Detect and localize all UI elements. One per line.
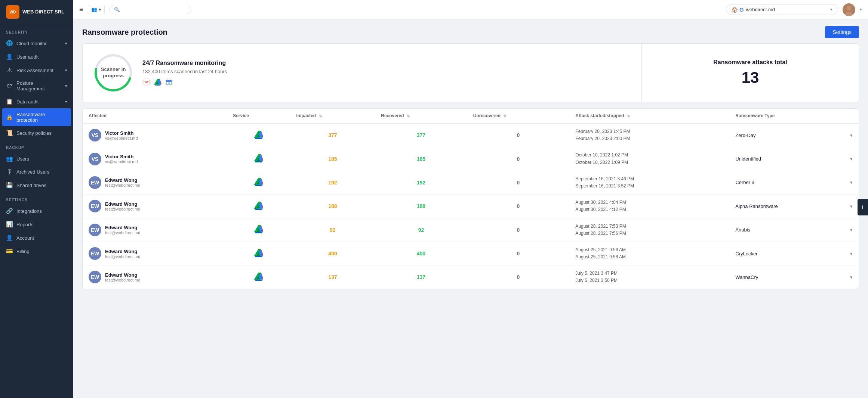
user-avatar[interactable]: [843, 3, 855, 16]
user-name: Edward Wong: [105, 249, 140, 254]
sidebar-item-users[interactable]: 👥Users: [0, 152, 73, 165]
sidebar-item-integrations[interactable]: 🔗Integrations: [0, 204, 73, 218]
col-recovered[interactable]: Recovered ⇅: [375, 109, 467, 123]
sidebar-item-cloud-monitor[interactable]: 🌐Cloud monitor▾: [0, 37, 73, 50]
sidebar-item-archived-users[interactable]: 🗄Archived Users: [0, 165, 73, 178]
sidebar-item-data-audit[interactable]: 📋Data audit▾: [0, 95, 73, 108]
chevron-down-icon: ▾: [65, 68, 67, 73]
expand-row-button[interactable]: ▾: [850, 156, 853, 162]
people-selector[interactable]: 👥 ▾: [88, 5, 105, 14]
table-row[interactable]: EW Edward Wong test@webdirect.md 9: [83, 218, 859, 242]
user-name: Edward Wong: [105, 201, 140, 207]
table-row[interactable]: VS Victor Smith vs@webdirect.md 37: [83, 123, 859, 147]
search-icon: 🔍: [114, 7, 120, 12]
attack-time-info: August 28, 2021 7:53 PM August 28, 2021 …: [575, 223, 723, 237]
expand-row-button[interactable]: ▾: [850, 274, 853, 280]
security-policies-icon: 📜: [6, 130, 13, 136]
cell-attack-time: August 30, 2021 4:04 PM August 30, 2021 …: [569, 195, 729, 218]
attack-time-info: July 5, 2021 3:47 PM July 5, 2021 3:50 P…: [575, 270, 723, 284]
sidebar-item-ransomware-protection[interactable]: 🔒Ransomware protection: [2, 108, 71, 126]
svg-rect-10: [170, 80, 170, 81]
attack-start: September 16, 2021 3:46 PM: [575, 175, 723, 183]
sidebar-item-label: Shared drives: [16, 183, 67, 188]
data-table: Affected Service Impacted ⇅ Recovered ⇅ …: [83, 109, 859, 289]
sidebar-item-account[interactable]: 👤Account: [0, 231, 73, 245]
cell-recovered: 192: [375, 171, 467, 194]
sidebar-item-label: Data audit: [16, 99, 61, 105]
expand-row-button[interactable]: ▾: [850, 203, 853, 209]
table-row[interactable]: EW Edward Wong test@webdirect.md 1: [83, 195, 859, 218]
col-attack-time[interactable]: Attack started/stopped ⇅: [569, 109, 729, 123]
integrations-icon: 🔗: [6, 208, 13, 214]
url-bar[interactable]: 🏠 G webdirect.md ▾: [726, 4, 838, 15]
user-info-3: Edward Wong test@webdirect.md: [105, 201, 140, 211]
sidebar: WD WEB DIRECT SRL SECURITY🌐Cloud monitor…: [0, 0, 73, 398]
user-name: Victor Smith: [105, 130, 138, 136]
avatar-chevron[interactable]: ▾: [860, 7, 862, 12]
cell-attack-time: October 10, 2022 1:02 PM October 10, 202…: [569, 147, 729, 171]
sidebar-item-user-audit[interactable]: 👤User audit: [0, 50, 73, 63]
table-header-row: Affected Service Impacted ⇅ Recovered ⇅ …: [83, 109, 859, 123]
google-icon: G: [739, 6, 744, 13]
url-dropdown-chevron[interactable]: ▾: [830, 7, 832, 12]
user-name: Edward Wong: [105, 272, 140, 278]
user-info-4: Edward Wong test@webdirect.md: [105, 225, 140, 235]
cell-attack-time: August 28, 2021 7:53 PM August 28, 2021 …: [569, 218, 729, 242]
attack-start: August 30, 2021 4:04 PM: [575, 199, 723, 206]
sidebar-item-label: User audit: [16, 54, 67, 60]
people-chevron: ▾: [99, 7, 101, 12]
table-row[interactable]: EW Edward Wong test@webdirect.md 1: [83, 265, 859, 289]
expand-row-button[interactable]: ▾: [850, 251, 853, 256]
ransomware-type-label: Anubis: [735, 227, 750, 233]
table-row[interactable]: EW Edward Wong test@webdirect.md 1: [83, 171, 859, 194]
gdrive-icon-summary: [154, 78, 162, 86]
user-avatar-6: EW: [89, 271, 101, 283]
sidebar-item-shared-drives[interactable]: 💾Shared drives: [0, 178, 73, 192]
user-avatar-3: EW: [89, 200, 101, 212]
user-name: Victor Smith: [105, 154, 138, 159]
search-input[interactable]: [122, 7, 182, 12]
people-icon: 👥: [91, 7, 97, 12]
cell-ransomware-type: Alpha Ransomware ▾: [729, 195, 859, 218]
sidebar-item-security-policies[interactable]: 📜Security policies: [0, 126, 73, 140]
sidebar-item-reports[interactable]: 📊Reports: [0, 218, 73, 231]
col-impacted[interactable]: Impacted ⇅: [290, 109, 375, 123]
sidebar-item-risk-assessment[interactable]: ⚠Risk Assessment▾: [0, 63, 73, 77]
user-email: test@webdirect.md: [105, 183, 140, 187]
page-title: Ransomware protection: [82, 28, 167, 37]
topbar: ≡ 👥 ▾ 🔍 🏠 G webdirect.md ▾ ▾: [73, 0, 868, 19]
table-row[interactable]: VS Victor Smith vs@webdirect.md 18: [83, 147, 859, 171]
impacted-value: 192: [328, 180, 337, 186]
expand-row-button[interactable]: ▾: [850, 133, 853, 138]
attacks-title: Ransomware attacks total: [713, 59, 787, 66]
sidebar-item-label: Users: [16, 156, 67, 162]
col-unrecovered[interactable]: Unrecovered ⇅: [467, 109, 570, 123]
unrecovered-value: 0: [517, 156, 520, 162]
menu-icon[interactable]: ≡: [79, 6, 83, 13]
ransomware-protection-icon: 🔒: [6, 114, 13, 121]
sidebar-item-posture-management[interactable]: 🛡Posture Management▾: [0, 77, 73, 95]
unrecovered-value: 0: [517, 251, 520, 256]
cell-attack-time: February 20, 2023 1:45 PM February 20, 2…: [569, 123, 729, 147]
cell-service: [227, 242, 290, 265]
chevron-down-icon: ▾: [65, 84, 67, 88]
unrecovered-value: 0: [517, 274, 520, 280]
recovered-value: 137: [417, 274, 425, 280]
cell-ransomware-type: WannaCry ▾: [729, 265, 859, 289]
user-info-2: Edward Wong test@webdirect.md: [105, 177, 140, 187]
sidebar-section-title: SECURITY: [0, 24, 73, 37]
cell-unrecovered: 0: [467, 242, 570, 265]
unrecovered-value: 0: [517, 180, 520, 186]
sidebar-item-label: Posture Management: [16, 80, 61, 91]
page-header: Ransomware protection Settings: [73, 19, 868, 43]
search-bar[interactable]: 🔍: [109, 5, 191, 14]
expand-row-button[interactable]: ▾: [850, 227, 853, 233]
info-button[interactable]: i: [858, 199, 868, 215]
cell-service: [227, 218, 290, 242]
settings-button[interactable]: Settings: [825, 26, 859, 38]
cell-impacted: 192: [290, 171, 375, 194]
cell-service: [227, 147, 290, 171]
expand-row-button[interactable]: ▾: [850, 180, 853, 185]
table-row[interactable]: EW Edward Wong test@webdirect.md 4: [83, 242, 859, 265]
sidebar-item-billing[interactable]: 💳Billing: [0, 245, 73, 258]
